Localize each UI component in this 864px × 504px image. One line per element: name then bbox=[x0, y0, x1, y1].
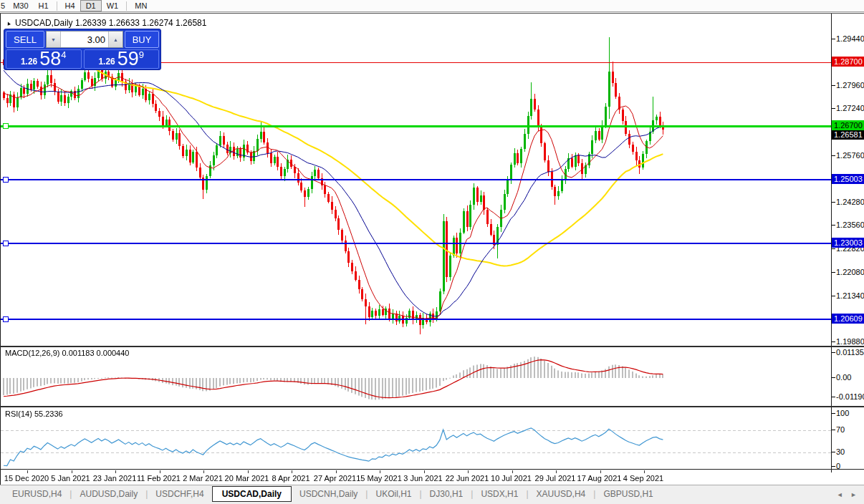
resistance-price-badge: 1.28700 bbox=[832, 57, 864, 67]
buy-price-big: 59 bbox=[117, 50, 139, 67]
price-tick-mark bbox=[832, 108, 835, 109]
price-tick-label: 1.27960 bbox=[836, 81, 864, 89]
chart-header: ▲ USDCAD,Daily 1.26339 1.26633 1.26274 1… bbox=[6, 18, 206, 28]
buy-price-display[interactable]: 1.26 59 9 bbox=[84, 49, 160, 69]
date-tick-label: 20 Mar 2021 bbox=[225, 474, 269, 483]
timeframe-button-w1[interactable]: W1 bbox=[102, 1, 124, 11]
tab-gbpusd-h1[interactable]: GBPUSD,H1 bbox=[595, 488, 661, 500]
price-tick-mark bbox=[832, 248, 835, 249]
macd-tick-mark bbox=[832, 352, 835, 353]
rsi-tick-mark bbox=[832, 413, 835, 414]
chart-canvas[interactable] bbox=[1, 14, 831, 473]
tab-scroll-arrows-icon[interactable]: ◄ ► bbox=[837, 491, 860, 498]
date-tick-label: 29 Jul 2021 bbox=[535, 474, 576, 483]
rsi-axis-label: 70 bbox=[836, 425, 845, 434]
sell-price-prefix: 1.26 bbox=[21, 56, 37, 67]
rsi-tick-mark bbox=[832, 430, 835, 430]
macd-axis-label: -0.01190 bbox=[836, 392, 864, 401]
chart-window: ▲ USDCAD,Daily 1.26339 1.26633 1.26274 1… bbox=[0, 13, 864, 485]
volume-spinner: ▼ ▲ bbox=[46, 31, 123, 48]
macd-tick-mark bbox=[832, 377, 835, 378]
tab-audusd-daily[interactable]: AUDUSD,Daily bbox=[72, 488, 145, 500]
tab-ukoil-h1[interactable]: UKOil,H1 bbox=[368, 488, 419, 500]
support1-price-badge: 1.25003 bbox=[832, 174, 864, 184]
price-tick-mark bbox=[832, 202, 835, 203]
timeframe-button-m30[interactable]: M30 bbox=[8, 1, 33, 11]
tab-eurusd-h4[interactable]: EURUSD,H4 bbox=[4, 488, 69, 500]
rsi-axis-label: 30 bbox=[836, 447, 845, 456]
date-tick-label: 22 Jun 2021 bbox=[446, 474, 489, 483]
timeframe-button-mn[interactable]: MN bbox=[130, 1, 152, 11]
timeframe-button-d1[interactable]: D1 bbox=[80, 0, 102, 11]
timeframe-button-h4[interactable]: H4 bbox=[60, 1, 80, 11]
trade-panel-controls: SELL ▼ ▲ BUY bbox=[6, 31, 159, 48]
buy-button[interactable]: BUY bbox=[125, 31, 159, 48]
price-tick-label: 1.24280 bbox=[836, 198, 864, 206]
chart-arrow-icon: ▲ bbox=[5, 19, 13, 26]
date-tick-label: 27 Apr 2021 bbox=[314, 474, 356, 483]
price-tick-label: 1.21340 bbox=[836, 291, 864, 300]
date-tick-label: 5 Jan 2021 bbox=[51, 474, 90, 483]
tab-usdx-h1[interactable]: USDX,H1 bbox=[473, 488, 526, 500]
price-tick-mark bbox=[832, 155, 835, 156]
sell-button[interactable]: SELL bbox=[6, 31, 44, 48]
price-tick-mark bbox=[832, 85, 835, 86]
rsi-tick-mark bbox=[832, 466, 835, 467]
sell-price-sup: 4 bbox=[61, 51, 66, 59]
rsi-axis-label: 100 bbox=[836, 409, 849, 417]
price-tick-mark bbox=[832, 39, 835, 39]
tab-usdcad-daily[interactable]: USDCAD,Daily bbox=[212, 486, 292, 502]
rsi-indicator-label: RSI(14) 55.2336 bbox=[5, 410, 63, 418]
toolbar-separator bbox=[126, 1, 127, 11]
price-tick-label: 1.23560 bbox=[836, 220, 864, 229]
timeframe-button-h1[interactable]: H1 bbox=[34, 1, 54, 11]
tab-xauusd-h4[interactable]: XAUUSD,H4 bbox=[529, 488, 594, 500]
tab-dj30-h1[interactable]: DJ30,H1 bbox=[422, 488, 471, 500]
tab-usdchf-h4[interactable]: USDCHF,H4 bbox=[148, 488, 211, 500]
rsi-pane-separator[interactable] bbox=[0, 406, 864, 407]
macd-indicator-label: MACD(12,26,9) 0.001183 0.000440 bbox=[5, 349, 129, 357]
price-tick-label: 1.25760 bbox=[836, 151, 864, 160]
sell-price-big: 58 bbox=[39, 50, 61, 67]
date-tick-label: 23 Jan 2021 bbox=[93, 474, 137, 483]
date-tick-label: 11 Feb 2021 bbox=[137, 474, 181, 483]
date-tick-label: 15 May 2021 bbox=[356, 474, 402, 483]
price-tick-mark bbox=[832, 272, 835, 273]
sell-price-display[interactable]: 1.26 58 4 bbox=[6, 49, 82, 69]
volume-increase-icon[interactable]: ▲ bbox=[108, 32, 123, 47]
date-axis-separator bbox=[0, 469, 864, 470]
symbol-tabbar: EURUSD,H4|AUDUSD,Daily|USDCHF,H4USDCAD,D… bbox=[0, 485, 864, 504]
support3-price-badge: 1.20609 bbox=[832, 314, 864, 324]
date-axis: 15 Dec 20205 Jan 202123 Jan 202111 Feb 2… bbox=[0, 472, 831, 485]
trade-panel-prices: 1.26 58 4 1.26 59 9 bbox=[6, 49, 159, 69]
tab-usdcnh-daily[interactable]: USDCNH,Daily bbox=[292, 488, 365, 500]
buy-price-sup: 9 bbox=[139, 51, 144, 59]
timeframe-button-5[interactable]: 5 bbox=[0, 1, 8, 11]
price-tick-mark bbox=[832, 341, 835, 342]
timeframe-toolbar: 5M30H1H4D1W1MN bbox=[0, 0, 864, 12]
price-axis-gutter: 1.294401.279601.272401.257601.242801.235… bbox=[832, 14, 864, 472]
chart-header-text: USDCAD,Daily 1.26339 1.26633 1.26274 1.2… bbox=[15, 18, 207, 28]
volume-decrease-icon[interactable]: ▼ bbox=[47, 32, 61, 47]
price-tick-label: 1.19880 bbox=[836, 337, 864, 346]
rsi-tick-mark bbox=[832, 452, 835, 452]
macd-axis-label: 0.00 bbox=[836, 373, 851, 382]
date-tick-label: 10 Jul 2021 bbox=[491, 474, 532, 483]
pivot-price-badge: 1.26700 bbox=[832, 120, 864, 130]
macd-pane-separator[interactable] bbox=[0, 346, 864, 347]
trading-app-window: 5M30H1H4D1W1MN ▲ USDCAD,Daily 1.26339 1.… bbox=[0, 0, 864, 504]
date-tick-label: 4 Sep 2021 bbox=[623, 474, 663, 483]
volume-input[interactable] bbox=[61, 32, 108, 47]
support2-price-badge: 1.23003 bbox=[832, 238, 864, 248]
date-tick-label: 17 Aug 2021 bbox=[577, 474, 622, 483]
price-tick-label: 1.22080 bbox=[836, 268, 864, 276]
price-tick-mark bbox=[832, 225, 835, 226]
buy-price-prefix: 1.26 bbox=[98, 56, 115, 67]
date-tick-label: 3 Jun 2021 bbox=[403, 474, 442, 483]
date-tick-label: 8 Apr 2021 bbox=[272, 474, 309, 483]
date-tick-label: 2 Mar 2021 bbox=[183, 474, 223, 483]
date-tick-label: 15 Dec 2020 bbox=[4, 474, 49, 483]
price-tick-label: 1.27240 bbox=[836, 104, 864, 112]
toolbar-separator bbox=[57, 1, 57, 11]
one-click-trade-panel: SELL ▼ ▲ BUY 1.26 58 4 1.26 59 9 bbox=[4, 29, 161, 70]
